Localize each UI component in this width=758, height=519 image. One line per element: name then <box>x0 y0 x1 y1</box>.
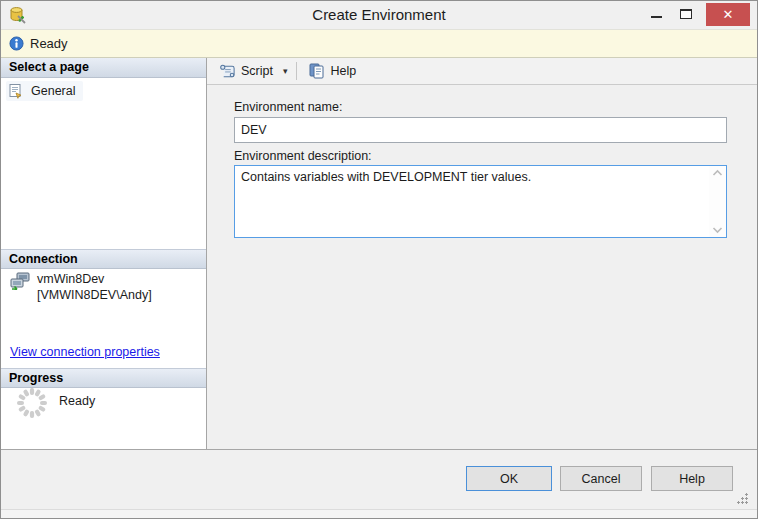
server-connection-icon <box>10 272 30 290</box>
connection-text: vmWin8Dev [VMWIN8DEV\Andy] <box>37 271 152 303</box>
general-page-icon <box>8 83 24 99</box>
maximize-button[interactable] <box>674 3 698 25</box>
script-dropdown-caret[interactable]: ▾ <box>279 64 292 78</box>
resize-grip[interactable] <box>737 493 748 504</box>
scroll-down-icon[interactable] <box>712 226 723 234</box>
create-environment-dialog: Create Environment ✕ Ready Select a page <box>0 0 758 519</box>
script-button[interactable]: Script <box>213 60 279 82</box>
maximize-icon <box>680 9 692 19</box>
sidebar-item-general[interactable]: General <box>6 81 83 101</box>
status-strip: Ready <box>1 29 757 58</box>
help-button[interactable]: Help <box>651 466 733 491</box>
select-a-page-header: Select a page <box>1 58 206 78</box>
connection-info: vmWin8Dev [VMWIN8DEV\Andy] <box>10 271 152 303</box>
close-button[interactable]: ✕ <box>706 3 750 26</box>
toolbar: Script ▾ Help <box>207 58 757 85</box>
progress-spinner-icon <box>15 386 49 420</box>
footer: OK Cancel Help <box>1 449 757 509</box>
script-scroll-icon <box>219 63 236 79</box>
cancel-button[interactable]: Cancel <box>560 466 642 491</box>
minimize-button[interactable] <box>644 3 668 25</box>
sidebar: Select a page General Connection vmWin8 <box>1 58 207 449</box>
help-toolbar-button[interactable]: Help <box>302 60 362 82</box>
connection-header: Connection <box>1 249 206 269</box>
script-label: Script <box>241 64 273 78</box>
progress-text: Ready <box>59 394 95 408</box>
scroll-up-icon[interactable] <box>712 169 723 177</box>
environment-name-label: Environment name: <box>234 100 342 114</box>
view-connection-properties-link[interactable]: View connection properties <box>10 345 160 359</box>
toolbar-separator <box>296 62 297 80</box>
info-icon <box>9 36 24 51</box>
connection-server: vmWin8Dev <box>37 271 152 287</box>
titlebar: Create Environment ✕ <box>1 1 757 29</box>
minimize-icon <box>651 16 662 18</box>
environment-description-field: Contains variables with DEVELOPMENT tier… <box>234 165 727 238</box>
help-toolbar-label: Help <box>330 64 356 78</box>
environment-description-input[interactable]: Contains variables with DEVELOPMENT tier… <box>235 166 709 237</box>
sidebar-item-label: General <box>31 84 75 98</box>
status-text: Ready <box>30 36 68 51</box>
progress-status: Ready <box>15 386 95 420</box>
close-icon: ✕ <box>723 7 734 22</box>
help-doc-icon <box>308 63 325 79</box>
ok-button[interactable]: OK <box>466 466 552 491</box>
progress-header: Progress <box>1 368 206 388</box>
main-panel: Script ▾ Help Environment name: Environm… <box>207 58 757 449</box>
connection-account: [VMWIN8DEV\Andy] <box>37 287 152 303</box>
environment-description-label: Environment description: <box>234 149 372 163</box>
environment-name-input[interactable] <box>234 117 727 143</box>
description-scrollbar[interactable] <box>709 166 726 237</box>
window-bottom-edge <box>1 509 757 518</box>
